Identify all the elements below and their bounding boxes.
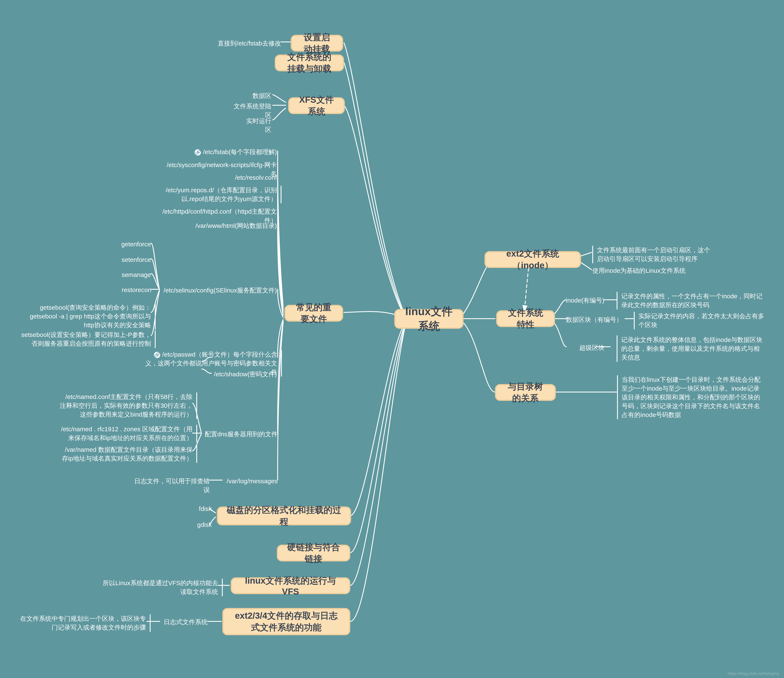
file-shadow: /etc/shadow(密码文件) <box>210 370 277 379</box>
node-journal[interactable]: ext2/3/4文件的存取与日志式文件系统的功能 <box>222 608 350 635</box>
ext2-note-1: 使用inode为基础的Linux文件系统 <box>592 266 710 275</box>
node-partition[interactable]: 磁盘的分区格式化和挂载的过程 <box>217 507 351 526</box>
file-fstab-text: /etc/fstab(每个字段都理解) <box>203 148 277 156</box>
file-log: /var/log/messages <box>224 477 278 485</box>
node-links[interactable]: 硬链接与符合链接 <box>277 545 350 561</box>
node-ext2[interactable]: ext2文件系统（inode） <box>485 251 581 268</box>
traits-inode-desc: 记录文件的属性，一个文件占有一个inode，同时记录此文件的数据所在的区块号码 <box>617 292 764 309</box>
file-log-desc: 日志文件，可以用于排查错误 <box>130 477 210 495</box>
dns-item-1: /etc/named . rfc1912 . zones 区域配置文件（用来保存… <box>59 425 197 442</box>
root-node[interactable]: linux文件系统 <box>394 309 463 329</box>
traits-super-name: 超级区块 <box>579 344 609 352</box>
node-traits[interactable]: 文件系统特性 <box>496 310 555 327</box>
node-important-files[interactable]: 常见的重要文件 <box>284 305 343 322</box>
node-xfs[interactable]: XFS文件系统 <box>288 97 345 114</box>
selinux-getsebool: getsebool(查询安全策略的命令）例如：getsebool -a | gr… <box>20 303 156 330</box>
file-www: /var/www/html(网站数据目录) <box>188 221 277 230</box>
traits-super-desc: 记录此文件系统的整体信息，包括inode与数据区块的总量，剩余量，使用量以及文件… <box>617 336 764 362</box>
traits-block-desc: 实际记录文件的内容，若文件太大则会占有多个区块 <box>634 312 764 330</box>
selinux-cmd-0: getenforce <box>117 240 151 249</box>
selinux-cmd-2: semanage <box>119 271 151 279</box>
xfs-child-2: 实时运行区 <box>241 117 271 134</box>
vfs-note: 所以Linux系统都是通过VFS的内核功能去读取文件系统 <box>98 578 223 596</box>
file-yum: /etc/yum.repos.d/（仓库配置目录，识别以.repo结尾的文件为y… <box>147 186 282 203</box>
tree-desc: 当我们在linux下创建一个目录时，文件系统会分配至少一个inode与至少一块区… <box>617 375 764 419</box>
xfs-child-0: 数据区 <box>248 92 271 100</box>
traits-block-name: 数据区块（有编号） <box>566 315 625 324</box>
selinux-cmd-1: setenforce <box>120 255 151 264</box>
traits-inode-name: inode(有编号) <box>566 296 608 305</box>
file-resolv: /etc/resolv.conf <box>229 173 277 182</box>
link-icon: 🔗 <box>195 149 201 156</box>
dns-item-2: /var/named 数据配置文件目录（该目录用来保存ip地址与域名真实对应关系… <box>59 445 197 463</box>
selinux-setsebool: setsebool(设置安全策略）要记得加上-P参数，否则服务器重启会按照原有的… <box>20 330 156 348</box>
file-fstab: 🔗/etc/fstab(每个字段都理解) <box>166 148 277 156</box>
mindmap-stage: { "root": { "label": "linux文件系统" }, "lef… <box>0 0 784 678</box>
node-vfs[interactable]: linux文件系统的运行与VFS <box>231 577 350 594</box>
selinux-cmd-3: restorecon <box>122 286 151 294</box>
note-boot-mount: 直接到/etc/fstab去修改 <box>213 39 281 48</box>
node-boot-mount[interactable]: 设置启动挂载 <box>291 35 343 51</box>
node-tree[interactable]: 与目录树的关系 <box>495 384 556 401</box>
file-selinux: /etc/selinux/config(SElinux服务配置文件) <box>163 286 277 295</box>
journal-note: 在文件系统中专门规划出一个区块，该区块专门记录写入或者修改文件时的步骤 <box>20 614 151 632</box>
node-mount-ops[interactable]: 文件系统的挂载与卸载 <box>275 54 344 71</box>
link-icon: 🔗 <box>154 352 160 358</box>
ext2-note-0: 文件系统最前面有一个启动引扇区，这个启动引导扇区可以安装启动引导程序 <box>592 246 714 263</box>
dns-label: 配置dns服务器用到的文件 <box>203 430 278 439</box>
partition-tool-0: fdisk <box>197 504 212 513</box>
journal-mid: 日志式文件系统 <box>162 617 207 627</box>
partition-tool-1: gdisk <box>197 520 212 529</box>
watermark: https://blog.csdn.net/hongrisj <box>728 672 779 676</box>
dns-item-0: /etc/named.conf主配置文件（只有58行，去除注释和空行后，实际有效… <box>59 392 197 419</box>
